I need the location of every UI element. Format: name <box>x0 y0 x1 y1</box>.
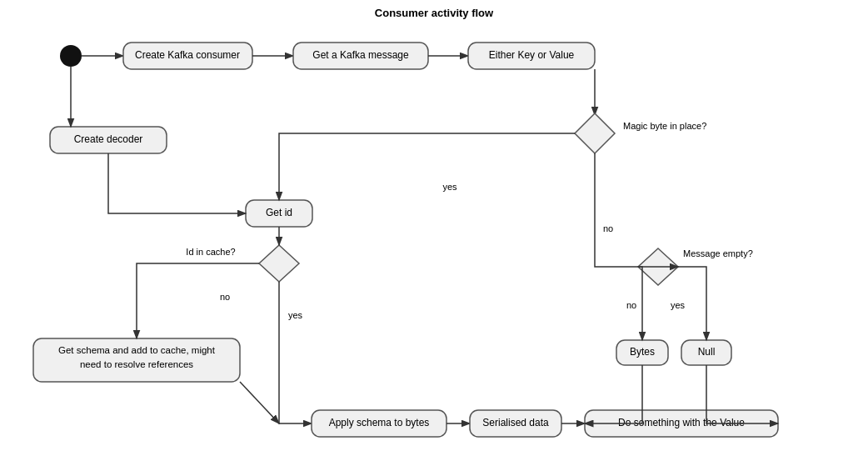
null-label: Null <box>698 346 716 358</box>
flowchart-svg: Consumer activity flow Create Kafka cons… <box>0 0 868 471</box>
start-node <box>60 45 82 67</box>
arrow-schema-apply <box>240 382 279 423</box>
no-label-magic: no <box>603 223 613 233</box>
magic-byte-question: Magic byte in place? <box>623 121 706 131</box>
id-cache-diamond <box>259 245 299 282</box>
get-schema-label1: Get schema and add to cache, might <box>58 345 216 355</box>
serialised-data-label: Serialised data <box>482 417 549 428</box>
either-key-value-label: Either Key or Value <box>489 49 575 61</box>
no-label-cache: no <box>220 292 230 302</box>
get-kafka-msg-label: Get a Kafka message <box>312 49 409 61</box>
create-decoder-label: Create decoder <box>74 133 143 145</box>
yes-label-cache: yes <box>288 310 303 320</box>
apply-schema-label: Apply schema to bytes <box>329 417 430 428</box>
diagram-container: Consumer activity flow Create Kafka cons… <box>0 0 868 471</box>
get-id-label: Get id <box>266 207 292 218</box>
arrow-magic-yes-getid <box>279 133 575 200</box>
no-label-empty: no <box>626 300 636 310</box>
id-cache-question: Id in cache? <box>186 247 235 257</box>
arrow-cache-yes-apply <box>279 282 312 423</box>
arrow-cache-no-schema <box>137 263 259 338</box>
arrow-decoder-getid <box>108 153 246 213</box>
arrow-magic-no-empty <box>595 153 678 267</box>
do-something-label: Do something with the Value <box>618 417 745 428</box>
get-schema-label2: need to resolve references <box>80 359 193 369</box>
yes-label-magic: yes <box>442 182 457 192</box>
bytes-label: Bytes <box>630 346 655 358</box>
arrow-empty-no-bytes <box>638 267 642 340</box>
create-kafka-label: Create Kafka consumer <box>135 49 240 61</box>
magic-byte-diamond <box>575 113 615 153</box>
diagram-title: Consumer activity flow <box>375 7 494 19</box>
yes-label-empty: yes <box>671 300 686 310</box>
message-empty-question: Message empty? <box>683 248 753 258</box>
